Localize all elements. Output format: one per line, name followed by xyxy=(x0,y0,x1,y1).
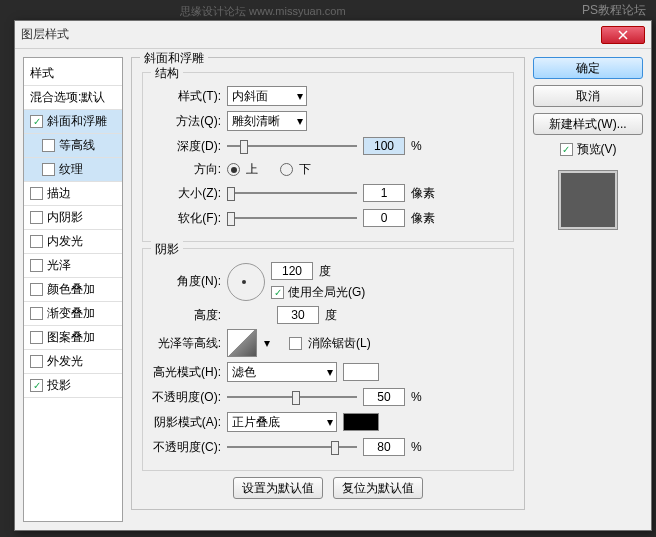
style-label: 样式(T): xyxy=(151,88,221,105)
gloss-contour-label: 光泽等高线: xyxy=(151,335,221,352)
angle-input[interactable] xyxy=(271,262,313,280)
preview-label: 预览(V) xyxy=(577,141,617,158)
size-input[interactable] xyxy=(363,184,405,202)
checkbox-icon[interactable] xyxy=(30,235,43,248)
direction-down-radio[interactable] xyxy=(280,163,293,176)
shadow-color-swatch[interactable] xyxy=(343,413,379,431)
size-label: 大小(Z): xyxy=(151,185,221,202)
style-item-stroke[interactable]: 描边 xyxy=(24,182,122,206)
ok-button[interactable]: 确定 xyxy=(533,57,643,79)
highlight-mode-label: 高光模式(H): xyxy=(151,364,221,381)
checkbox-icon[interactable] xyxy=(30,379,43,392)
bevel-section: 斜面和浮雕 结构 样式(T): 内斜面 方法(Q): 雕刻清晰 深度(D): xyxy=(131,57,525,510)
antialias-checkbox[interactable] xyxy=(289,337,302,350)
global-light-checkbox[interactable] xyxy=(271,286,284,299)
soften-label: 软化(F): xyxy=(151,210,221,227)
altitude-label: 高度: xyxy=(151,307,221,324)
checkbox-icon[interactable] xyxy=(42,163,55,176)
checkbox-icon[interactable] xyxy=(30,355,43,368)
shadow-opacity-input[interactable] xyxy=(363,438,405,456)
gloss-contour-picker[interactable] xyxy=(227,329,257,357)
blend-options[interactable]: 混合选项:默认 xyxy=(24,86,122,110)
checkbox-icon[interactable] xyxy=(30,211,43,224)
style-item-contour[interactable]: 等高线 xyxy=(24,134,122,158)
dialog-title: 图层样式 xyxy=(21,26,601,43)
shadow-mode-label: 阴影模式(A): xyxy=(151,414,221,431)
style-item-drop-shadow[interactable]: 投影 xyxy=(24,374,122,398)
preview-thumbnail xyxy=(558,170,618,230)
layer-style-dialog: 图层样式 样式 混合选项:默认 斜面和浮雕 等高线 纹理 描边 内阴影 内发光 … xyxy=(14,20,652,531)
style-item-satin[interactable]: 光泽 xyxy=(24,254,122,278)
style-item-gradient-overlay[interactable]: 渐变叠加 xyxy=(24,302,122,326)
checkbox-icon[interactable] xyxy=(42,139,55,152)
close-button[interactable] xyxy=(601,26,645,44)
new-style-button[interactable]: 新建样式(W)... xyxy=(533,113,643,135)
styles-header[interactable]: 样式 xyxy=(24,62,122,86)
shadow-opacity-slider[interactable] xyxy=(227,437,357,457)
technique-label: 方法(Q): xyxy=(151,113,221,130)
preview-checkbox[interactable] xyxy=(560,143,573,156)
make-default-button[interactable]: 设置为默认值 xyxy=(233,477,323,499)
style-item-inner-shadow[interactable]: 内阴影 xyxy=(24,206,122,230)
reset-default-button[interactable]: 复位为默认值 xyxy=(333,477,423,499)
depth-slider[interactable] xyxy=(227,136,357,156)
soften-slider[interactable] xyxy=(227,208,357,228)
highlight-opacity-label: 不透明度(O): xyxy=(151,389,221,406)
checkbox-icon[interactable] xyxy=(30,283,43,296)
checkbox-icon[interactable] xyxy=(30,187,43,200)
style-item-texture[interactable]: 纹理 xyxy=(24,158,122,182)
watermark-top: 思缘设计论坛 www.missyuan.com xyxy=(180,4,346,19)
style-select[interactable]: 内斜面 xyxy=(227,86,307,106)
shadow-opacity-label: 不透明度(C): xyxy=(151,439,221,456)
style-item-outer-glow[interactable]: 外发光 xyxy=(24,350,122,374)
structure-group: 结构 样式(T): 内斜面 方法(Q): 雕刻清晰 深度(D): % xyxy=(142,72,514,242)
group-title: 阴影 xyxy=(151,241,183,258)
depth-input[interactable] xyxy=(363,137,405,155)
highlight-mode-select[interactable]: 滤色 xyxy=(227,362,337,382)
altitude-input[interactable] xyxy=(277,306,319,324)
checkbox-icon[interactable] xyxy=(30,331,43,344)
styles-list: 样式 混合选项:默认 斜面和浮雕 等高线 纹理 描边 内阴影 内发光 光泽 颜色… xyxy=(23,57,123,522)
direction-up-radio[interactable] xyxy=(227,163,240,176)
checkbox-icon[interactable] xyxy=(30,307,43,320)
depth-label: 深度(D): xyxy=(151,138,221,155)
style-item-inner-glow[interactable]: 内发光 xyxy=(24,230,122,254)
shadow-mode-select[interactable]: 正片叠底 xyxy=(227,412,337,432)
angle-dial[interactable] xyxy=(227,263,265,301)
highlight-opacity-input[interactable] xyxy=(363,388,405,406)
angle-label: 角度(N): xyxy=(151,273,221,290)
size-slider[interactable] xyxy=(227,183,357,203)
shading-group: 阴影 角度(N): 度 使用全局光(G) xyxy=(142,248,514,471)
checkbox-icon[interactable] xyxy=(30,259,43,272)
soften-input[interactable] xyxy=(363,209,405,227)
close-icon xyxy=(618,30,628,40)
style-item-color-overlay[interactable]: 颜色叠加 xyxy=(24,278,122,302)
direction-label: 方向: xyxy=(151,161,221,178)
style-item-bevel[interactable]: 斜面和浮雕 xyxy=(24,110,122,134)
technique-select[interactable]: 雕刻清晰 xyxy=(227,111,307,131)
checkbox-icon[interactable] xyxy=(30,115,43,128)
titlebar: 图层样式 xyxy=(15,21,651,49)
cancel-button[interactable]: 取消 xyxy=(533,85,643,107)
highlight-color-swatch[interactable] xyxy=(343,363,379,381)
highlight-opacity-slider[interactable] xyxy=(227,387,357,407)
style-item-pattern-overlay[interactable]: 图案叠加 xyxy=(24,326,122,350)
group-title: 结构 xyxy=(151,65,183,82)
